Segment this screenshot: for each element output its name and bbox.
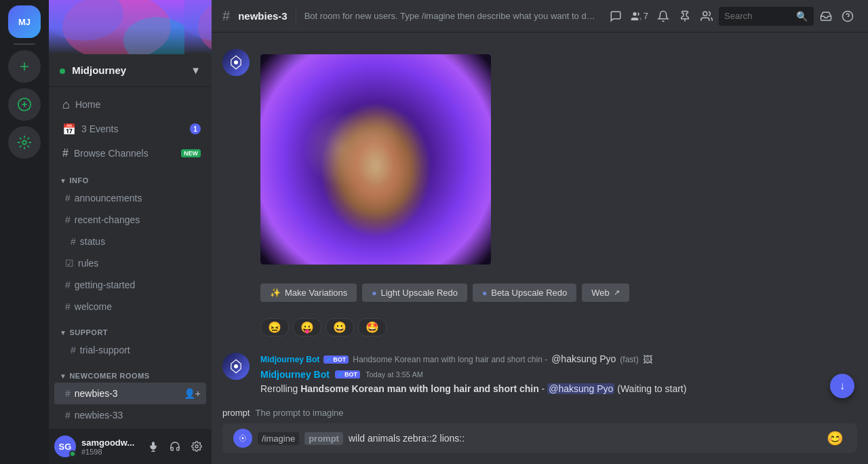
message-group-2: Midjourney Bot ✓ BOT Handsome Korean man… bbox=[212, 345, 868, 398]
prompt-hint: prompt The prompt to imagine bbox=[212, 405, 868, 423]
slash-command-label: /imagine bbox=[258, 432, 299, 445]
channel-name: newbies-3 bbox=[238, 10, 288, 22]
support-section-header[interactable]: ▼ SUPPORT bbox=[49, 317, 212, 339]
channel-hash-icon: # bbox=[65, 279, 71, 290]
reaction-grin[interactable]: 😀 bbox=[326, 318, 354, 336]
inbox-icon-button[interactable] bbox=[816, 7, 835, 26]
pin-icon-button[interactable] bbox=[675, 7, 694, 26]
mute-button[interactable] bbox=[144, 437, 163, 456]
message-text-2: Rerolling Handsome Korean man with long … bbox=[260, 383, 857, 396]
reaction-angry[interactable]: 😖 bbox=[260, 318, 289, 336]
web-button[interactable]: Web ↗ bbox=[582, 284, 629, 302]
generated-image bbox=[260, 54, 491, 265]
channel-hash-icon: # bbox=[65, 301, 71, 312]
channel-newbies-3[interactable]: # newbies-3 👤+ bbox=[54, 383, 206, 404]
channel-hash-icon: # bbox=[65, 410, 71, 421]
channel-header: # newbies-3 Bot room for new users. Type… bbox=[212, 0, 868, 33]
inline-author: Midjourney Bot bbox=[260, 355, 319, 364]
channel-recent-changes[interactable]: # recent-changes bbox=[54, 209, 206, 231]
server-divider bbox=[14, 43, 35, 45]
external-link-icon: ↗ bbox=[614, 288, 620, 297]
message-input-area: /imagine prompt 😊 bbox=[212, 423, 868, 464]
channel-rules[interactable]: ☑ rules bbox=[54, 252, 206, 274]
server-banner bbox=[49, 0, 212, 54]
message-header-2: Midjourney Bot ✓ BOT Today at 3:55 AM bbox=[260, 369, 857, 380]
chevron-down-icon: ▼ bbox=[191, 64, 201, 76]
light-upscale-redo-button[interactable]: ● Light Upscale Redo bbox=[362, 284, 467, 302]
browse-new-badge: NEW bbox=[181, 149, 201, 157]
reaction-tongue[interactable]: 😛 bbox=[293, 318, 321, 336]
deafen-button[interactable] bbox=[165, 437, 184, 456]
svg-point-3 bbox=[22, 140, 26, 144]
channel-newbies-33[interactable]: # newbies-33 bbox=[54, 404, 206, 426]
message-timestamp-2: Today at 3:55 AM bbox=[366, 370, 423, 379]
svg-point-6 bbox=[195, 445, 198, 448]
mention-haksung-2[interactable]: @haksung Pyo bbox=[547, 383, 614, 394]
username: samgoodw... bbox=[81, 438, 138, 448]
settings-button[interactable] bbox=[187, 437, 206, 456]
generated-image-container bbox=[260, 54, 491, 265]
notifications-icon-button[interactable] bbox=[654, 7, 673, 26]
checkbox-icon: ☑ bbox=[65, 258, 74, 269]
channel-announcements[interactable]: # announcements bbox=[54, 187, 206, 209]
midjourney-bot-avatar bbox=[222, 49, 250, 76]
emoji-button[interactable]: 😊 bbox=[824, 427, 846, 449]
mention-haksung[interactable]: @haksung Pyo bbox=[551, 353, 616, 366]
additional-server-icon[interactable] bbox=[8, 126, 41, 159]
channel-hash-icon: # bbox=[222, 8, 230, 24]
command-prefix bbox=[233, 429, 252, 448]
channel-trial-support[interactable]: # trial-support bbox=[54, 339, 206, 361]
events-icon: 📅 bbox=[62, 123, 76, 136]
search-input[interactable] bbox=[724, 11, 792, 21]
svg-point-13 bbox=[234, 364, 238, 368]
message-input[interactable] bbox=[349, 433, 818, 444]
browse-channels-nav-item[interactable]: # Browse Channels NEW bbox=[54, 141, 206, 166]
channel-status[interactable]: # status bbox=[54, 231, 206, 252]
user-input-avatar bbox=[233, 429, 252, 448]
reaction-star-eyes[interactable]: 🤩 bbox=[358, 318, 387, 336]
header-divider bbox=[296, 8, 296, 24]
server-header[interactable]: Midjourney ▼ bbox=[49, 54, 212, 87]
newcomer-section-header[interactable]: ▼ NEWCOMER ROOMS bbox=[49, 361, 212, 383]
add-server-button[interactable]: + bbox=[8, 50, 41, 83]
beta-upscale-redo-button[interactable]: ● Beta Upscale Redo bbox=[473, 284, 576, 302]
image-icon: 🖼 bbox=[643, 354, 652, 365]
check-icon: ✓ bbox=[338, 371, 343, 378]
reaction-row: 😖 😛 😀 🤩 bbox=[260, 318, 857, 336]
midjourney-server-icon[interactable]: MJ bbox=[8, 5, 41, 38]
events-badge: 1 bbox=[190, 123, 201, 134]
browse-icon: # bbox=[62, 147, 68, 159]
channel-hash-icon: # bbox=[65, 214, 71, 225]
message-author-2: Midjourney Bot bbox=[260, 369, 330, 380]
svg-point-12 bbox=[234, 60, 238, 64]
members-icon-button[interactable] bbox=[697, 7, 716, 26]
bot-badge-inline: ✓ BOT bbox=[323, 355, 349, 364]
channel-getting-started[interactable]: # getting-started bbox=[54, 274, 206, 296]
messages-area: ✨ Make Variations ● Light Upscale Redo ●… bbox=[212, 33, 868, 405]
help-icon-button[interactable] bbox=[838, 7, 857, 26]
thread-icon-button[interactable] bbox=[606, 7, 625, 26]
server-name: Midjourney bbox=[60, 64, 126, 76]
member-count: 7 bbox=[628, 11, 651, 22]
verified-check-icon: ✓ bbox=[326, 356, 332, 363]
user-avatar-wrap: SG bbox=[54, 436, 76, 457]
server-status-dot bbox=[60, 69, 65, 74]
bold-text: Handsome Korean man with long hair and s… bbox=[300, 383, 539, 394]
channel-welcome[interactable]: # welcome bbox=[54, 296, 206, 317]
add-member-icon[interactable]: 👤+ bbox=[184, 388, 201, 399]
message-input-box: /imagine prompt 😊 bbox=[222, 423, 857, 453]
bot-badge-2: ✓ BOT bbox=[335, 370, 360, 379]
channel-list: ⌂ Home 📅 3 Events 1 # Browse Channels NE… bbox=[49, 87, 212, 429]
jump-to-bottom-button[interactable]: ↓ bbox=[830, 374, 854, 398]
beta-upscale-icon: ● bbox=[482, 288, 487, 298]
discover-servers-button[interactable] bbox=[8, 88, 41, 121]
make-variations-button[interactable]: ✨ Make Variations bbox=[260, 284, 357, 302]
info-section-header[interactable]: ▼ INFO bbox=[49, 166, 212, 187]
light-upscale-icon: ● bbox=[372, 288, 376, 298]
home-nav-item[interactable]: ⌂ Home bbox=[54, 92, 206, 117]
events-nav-item[interactable]: 📅 3 Events 1 bbox=[54, 117, 206, 141]
action-buttons: ✨ Make Variations ● Light Upscale Redo ●… bbox=[260, 284, 857, 302]
search-icon: 🔍 bbox=[796, 11, 808, 22]
channel-hash-icon: # bbox=[65, 388, 71, 399]
info-chevron-icon: ▼ bbox=[60, 177, 66, 185]
